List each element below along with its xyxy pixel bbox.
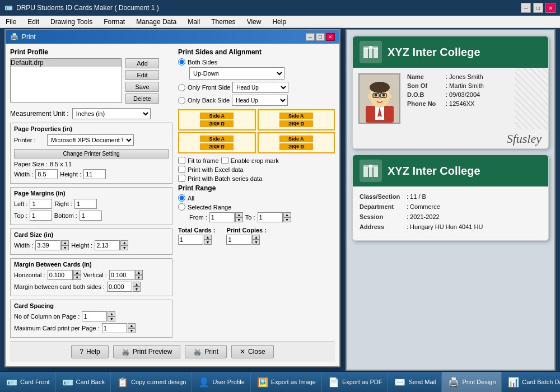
range-selected-radio[interactable] xyxy=(178,203,185,211)
margin-h-down[interactable]: ▼ xyxy=(73,275,81,280)
college-logo-back xyxy=(360,160,382,182)
taskbar-card-front[interactable]: 🪪 Card Front xyxy=(0,372,56,392)
taskbar-card-back[interactable]: 🪪 Card Back xyxy=(56,372,111,392)
printer-select[interactable]: Microsoft XPS Document Wr xyxy=(47,134,134,146)
margin-v-up[interactable]: ▲ xyxy=(135,270,143,275)
profile-list[interactable]: Default.drp xyxy=(10,58,122,103)
taskbar-print-design[interactable]: 🖨️ Print Design xyxy=(442,372,502,392)
svg-rect-17 xyxy=(363,167,368,177)
max-up[interactable]: ▲ xyxy=(128,323,136,328)
card-width-input[interactable] xyxy=(35,240,60,250)
card-width-up[interactable]: ▲ xyxy=(61,240,69,245)
page-width-input[interactable] xyxy=(35,169,58,179)
print-copies-up[interactable]: ▲ xyxy=(252,235,260,240)
margin-top-input[interactable] xyxy=(30,211,52,221)
updown-select[interactable]: Up-Down Side-by-Side xyxy=(189,67,284,80)
fit-frame-checkbox[interactable] xyxy=(178,157,185,164)
taskbar-export-pdf[interactable]: 📄 Export as PDF xyxy=(322,372,389,392)
change-printer-button[interactable]: Change Printer Setting xyxy=(14,149,169,158)
print-preview-button[interactable]: 🖨️ Print Preview xyxy=(113,345,181,358)
maximize-button[interactable]: □ xyxy=(533,3,543,13)
print-copies-down[interactable]: ▼ xyxy=(252,240,260,245)
card-back-title: XYZ Inter College xyxy=(388,165,480,178)
card-width-down[interactable]: ▼ xyxy=(61,245,69,250)
columns-input[interactable] xyxy=(82,311,107,321)
side-b-label-3: Side B xyxy=(200,143,234,150)
margin-v-down[interactable]: ▼ xyxy=(135,275,143,280)
help-button[interactable]: ? Help xyxy=(71,345,108,358)
dialog-minimize[interactable]: ─ xyxy=(306,33,315,41)
svg-point-9 xyxy=(374,94,377,97)
card-front-preview: XYZ Inter College xyxy=(352,36,549,149)
range-all-radio[interactable] xyxy=(178,194,185,202)
margin-both-up[interactable]: ▲ xyxy=(133,282,141,287)
from-up[interactable]: ▲ xyxy=(235,212,243,217)
columns-down[interactable]: ▼ xyxy=(108,316,115,321)
taskbar-card-batch[interactable]: 📊 Card Batch Data xyxy=(502,372,560,392)
dept-label: Department xyxy=(360,203,404,210)
front-head-select[interactable]: Head Up Head Down xyxy=(232,82,288,93)
close-button[interactable]: ✕ xyxy=(545,3,556,13)
margin-h-up[interactable]: ▲ xyxy=(73,270,81,275)
svg-rect-0 xyxy=(363,48,368,58)
close-dialog-button[interactable]: ✕ Close xyxy=(231,345,274,358)
margin-bottom-input[interactable] xyxy=(80,211,102,221)
only-front-radio[interactable] xyxy=(178,84,185,91)
from-down[interactable]: ▼ xyxy=(235,217,243,222)
print-button[interactable]: 🖨️ Print xyxy=(185,345,227,358)
minimize-button[interactable]: ─ xyxy=(521,3,531,13)
from-input[interactable] xyxy=(209,212,235,222)
both-sides-label: Margin between card both sides : xyxy=(14,283,105,290)
batch-data-checkbox[interactable] xyxy=(178,175,185,182)
page-height-input[interactable] xyxy=(83,169,106,179)
send-mail-label: Send Mail xyxy=(408,379,436,385)
menu-file[interactable]: File xyxy=(0,16,22,27)
taskbar-copy-design[interactable]: 📋 Copy current design xyxy=(111,372,192,392)
session-value: : 2021-2022 xyxy=(407,213,440,220)
edit-profile-button[interactable]: Edit xyxy=(125,70,159,80)
to-input[interactable] xyxy=(258,212,283,222)
menu-manage-data[interactable]: Manage Data xyxy=(130,16,182,27)
back-head-select[interactable]: Head Up Head Down xyxy=(232,95,288,106)
total-cards-down[interactable]: ▼ xyxy=(204,240,212,245)
print-design-icon: 🖨️ xyxy=(447,376,460,388)
card-height-up[interactable]: ▲ xyxy=(120,240,128,245)
save-profile-button[interactable]: Save xyxy=(125,82,159,92)
max-cards-input[interactable] xyxy=(102,323,127,333)
margin-vertical-input[interactable] xyxy=(109,270,134,280)
margin-both-down[interactable]: ▼ xyxy=(133,287,141,292)
taskbar-export-image[interactable]: 🖼️ Export as Image xyxy=(251,372,322,392)
dialog-close[interactable]: ✕ xyxy=(326,33,335,41)
card-height-down[interactable]: ▼ xyxy=(120,245,128,250)
columns-up[interactable]: ▲ xyxy=(108,311,115,316)
total-cards-input[interactable] xyxy=(178,235,203,245)
print-copies-input[interactable] xyxy=(226,235,251,245)
menu-format[interactable]: Format xyxy=(98,16,130,27)
dialog-maximize[interactable]: □ xyxy=(316,33,325,41)
margin-right-input[interactable] xyxy=(74,199,97,209)
menu-mail[interactable]: Mail xyxy=(182,16,206,27)
total-cards-up[interactable]: ▲ xyxy=(204,235,212,240)
card-height-input[interactable] xyxy=(95,240,120,250)
margin-left-input[interactable] xyxy=(30,199,52,209)
menu-edit[interactable]: Edit xyxy=(22,16,45,27)
menu-view[interactable]: View xyxy=(241,16,267,27)
menu-help[interactable]: Help xyxy=(267,16,292,27)
margin-both-input[interactable] xyxy=(107,282,132,292)
to-up[interactable]: ▲ xyxy=(283,212,291,217)
max-down[interactable]: ▼ xyxy=(128,328,136,333)
crop-mark-checkbox[interactable] xyxy=(221,157,228,164)
to-down[interactable]: ▼ xyxy=(283,217,291,222)
taskbar-send-mail[interactable]: ✉️ Send Mail xyxy=(388,372,442,392)
excel-data-checkbox[interactable] xyxy=(178,166,185,173)
margin-horizontal-input[interactable] xyxy=(48,270,73,280)
delete-profile-button[interactable]: Delete xyxy=(125,94,159,104)
measurement-select[interactable]: Inches (in) xyxy=(72,108,151,119)
name-label: Name xyxy=(407,73,444,80)
add-profile-button[interactable]: Add xyxy=(125,58,159,68)
both-sides-radio[interactable] xyxy=(178,58,185,66)
menu-themes[interactable]: Themes xyxy=(206,16,241,27)
only-back-radio[interactable] xyxy=(178,97,185,104)
menu-drawing-tools[interactable]: Drawing Tools xyxy=(45,16,98,27)
taskbar-user-profile[interactable]: 👤 User Profile xyxy=(192,372,250,392)
